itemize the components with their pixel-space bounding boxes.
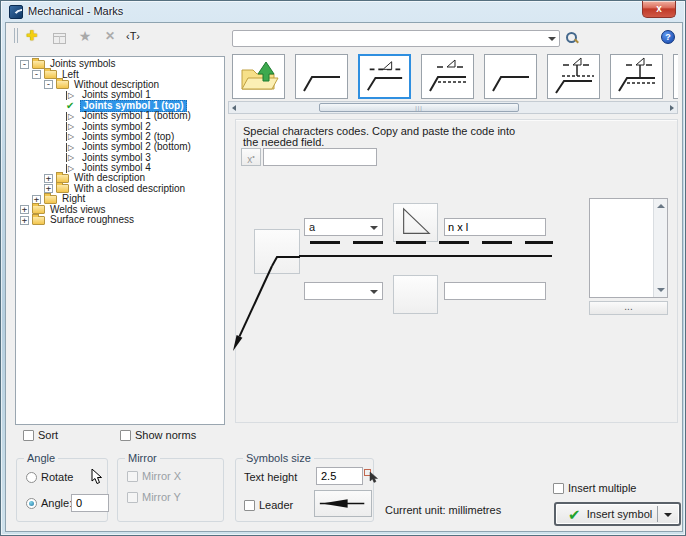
bottom-note-field-box	[444, 282, 546, 300]
angle-radio[interactable]	[26, 498, 37, 509]
angle-group: Angle Rotate Angle:	[16, 458, 108, 522]
bottom-weld-symbol-button[interactable]	[393, 275, 438, 314]
insert-multiple-label: Insert multiple	[568, 482, 636, 494]
search-combobox[interactable]	[232, 30, 560, 47]
mirror-group-title: Mirror	[125, 452, 160, 464]
chevron-down-icon[interactable]	[548, 37, 556, 41]
chevron-down-icon[interactable]	[370, 226, 378, 230]
arrowhead-preview-icon	[315, 491, 371, 516]
dialog-window: Mechanical - Marks x ✚ ★ ✕ ‹T› ? -Joints…	[0, 0, 686, 536]
text-style-icon: ‹T›	[126, 30, 140, 42]
leader-dashed-triangle-icon	[360, 56, 409, 97]
angle-group-title: Angle	[24, 452, 58, 464]
split-button-divider	[657, 506, 658, 522]
leader-label: Leader	[259, 499, 293, 511]
leader-checkbox[interactable]	[244, 500, 255, 511]
insert-symbol-label: Insert symbol	[586, 508, 653, 520]
search-icon[interactable]	[566, 32, 579, 45]
insert-symbol-button[interactable]: ✔ Insert symbol	[554, 502, 681, 526]
collapse-icon[interactable]: -	[44, 80, 53, 89]
thumbnail-symbol-4[interactable]	[421, 54, 474, 99]
symbol-flag-icon: ▷	[66, 132, 78, 141]
rotate-radio[interactable]	[26, 472, 37, 483]
show-norms-label: Show norms	[135, 429, 196, 441]
collapse-icon[interactable]: -	[20, 60, 29, 69]
text-height-input[interactable]	[321, 469, 358, 483]
collapse-icon[interactable]: -	[32, 70, 41, 79]
selected-check-icon: ✔	[66, 101, 78, 111]
text-style-button[interactable]: ‹T›	[122, 26, 144, 46]
text-height-label: Text height	[244, 471, 297, 483]
search-input[interactable]	[235, 32, 540, 45]
mirror-group: Mirror Mirror X Mirror Y	[117, 458, 224, 522]
expand-icon[interactable]: +	[20, 216, 29, 225]
scroll-left-icon[interactable]	[232, 105, 236, 111]
special-char-code-button[interactable]: x•	[241, 148, 261, 166]
top-note-input[interactable]	[448, 220, 542, 234]
thumbnail-symbol-6[interactable]	[547, 54, 600, 99]
delete-button[interactable]: ✕	[99, 26, 121, 46]
angle-input[interactable]	[76, 496, 104, 510]
sort-label: Sort	[38, 429, 58, 441]
chevron-down-icon[interactable]	[370, 290, 378, 294]
tree-item-joints-symbol-1-bottom[interactable]: ▷Joints symbol 1 (bottom)	[16, 111, 224, 121]
bottom-note-input[interactable]	[448, 284, 542, 298]
tree-item-joints-symbol-2-bottom[interactable]: ▷Joints symbol 2 (bottom)	[16, 142, 224, 152]
sort-checkbox[interactable]	[23, 430, 34, 441]
leader-arrow-style-button[interactable]	[314, 490, 372, 517]
show-norms-checkbox[interactable]	[120, 430, 131, 441]
folder-icon	[44, 195, 57, 204]
title-bar[interactable]: Mechanical - Marks x	[1, 1, 685, 22]
expand-icon[interactable]: +	[20, 205, 29, 214]
symbol-flag-icon: ▷	[66, 153, 78, 162]
leader-arrow-graphic	[226, 232, 316, 364]
insert-multiple-checkbox[interactable]	[553, 483, 564, 494]
special-char-code-field-box	[263, 148, 377, 166]
angle-label: Angle:	[41, 497, 72, 509]
favorite-button[interactable]: ★	[74, 26, 96, 46]
thumbnail-symbol-5[interactable]	[484, 54, 537, 99]
folder-icon	[56, 80, 69, 89]
scroll-right-icon[interactable]	[670, 105, 674, 111]
add-icon: ✚	[27, 28, 38, 43]
close-button[interactable]: x	[642, 1, 676, 18]
scrollbar-thumb[interactable]: |||	[319, 103, 519, 112]
symbols-size-group-title: Symbols size	[243, 452, 314, 464]
leader-symbol-icon	[485, 55, 536, 98]
favorite-star-icon: ★	[79, 28, 92, 44]
scroll-down-icon[interactable]	[657, 288, 665, 292]
special-char-code-input[interactable]	[267, 150, 373, 164]
mirror-x-checkbox[interactable]	[127, 471, 138, 482]
scroll-up-icon[interactable]	[657, 204, 665, 208]
top-weld-symbol-button[interactable]	[393, 203, 438, 242]
folder-icon	[56, 184, 69, 193]
special-chars-hint-line2: the needed field.	[243, 136, 324, 148]
details-button[interactable]	[48, 26, 70, 46]
thumbnail-open-folder[interactable]	[232, 54, 285, 99]
thumbnail-scrollbar[interactable]: |||	[228, 101, 678, 114]
notes-listbox[interactable]	[589, 198, 668, 298]
toolbar-grip[interactable]	[14, 28, 18, 43]
mirror-x-label: Mirror X	[142, 470, 181, 482]
rotate-label: Rotate	[41, 471, 73, 483]
symbols-tree: -Joints symbols -Left -Without descripti…	[15, 56, 225, 425]
details-icon	[53, 33, 66, 44]
thumbnail-partial[interactable]	[673, 54, 678, 99]
mirror-y-checkbox[interactable]	[127, 492, 138, 503]
tree-item-right[interactable]: +Right	[16, 194, 224, 204]
thumbnail-symbol-7[interactable]	[610, 54, 663, 99]
browse-notes-button[interactable]: ...	[589, 301, 668, 315]
help-button[interactable]: ?	[661, 30, 675, 44]
insert-options-chevron-icon[interactable]	[664, 513, 672, 517]
listbox-scrollbar[interactable]	[653, 199, 667, 297]
pick-height-button[interactable]	[364, 468, 379, 483]
expand-icon[interactable]: +	[44, 174, 53, 183]
add-button[interactable]: ✚	[21, 26, 43, 46]
open-folder-icon	[233, 55, 284, 98]
tree-item-surface-roughness[interactable]: +Surface roughness	[16, 215, 224, 225]
weld-identification-dashed-line	[310, 241, 553, 244]
pick-cursor-icon	[369, 472, 379, 484]
thumbnail-leader-plain[interactable]	[295, 54, 348, 99]
thumbnail-selected-symbol[interactable]	[358, 54, 411, 99]
leader-triangle-stem-dashed-below-icon	[611, 55, 662, 98]
